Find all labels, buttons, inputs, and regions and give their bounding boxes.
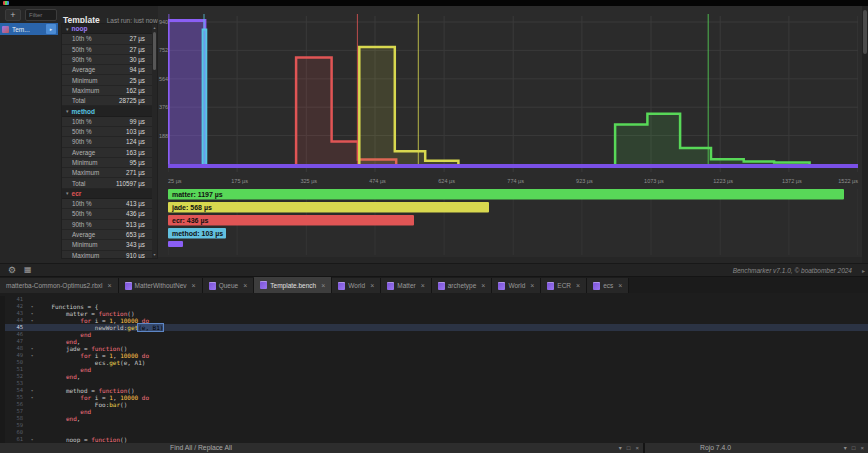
run-benchmark-button[interactable]: ▸ <box>46 24 56 34</box>
svg-text:method: 103 µs: method: 103 µs <box>172 230 223 238</box>
line-number: 59 <box>5 422 27 429</box>
panel-scrollbar[interactable] <box>862 6 868 263</box>
collapse-icon[interactable]: ▾ <box>844 443 847 453</box>
line-number: 47 <box>5 338 27 345</box>
fold-arrow-icon[interactable]: ▾ <box>27 310 37 317</box>
line-number: 53 <box>5 380 27 387</box>
rojo-dock-title: Rojo 7.4.0 <box>700 443 731 453</box>
stat-row: Maximum910 µs <box>62 251 157 259</box>
code-line-52: 52 end, <box>0 373 868 380</box>
fold-spacer <box>27 380 37 387</box>
script-icon <box>547 282 554 290</box>
close-icon[interactable]: × <box>530 282 534 289</box>
stats-scrollbar[interactable]: ▴ ▾ <box>152 24 157 258</box>
close-icon[interactable]: × <box>481 282 485 289</box>
fold-arrow-icon[interactable]: ▾ <box>27 352 37 359</box>
stat-row: 90th %30 µs <box>62 55 157 65</box>
x-tick-label: 474 µs <box>369 178 386 184</box>
tab-template-bench[interactable]: Template.bench× <box>254 277 332 293</box>
code-text: for i = 1, 10000 do <box>37 317 149 324</box>
find-replace-dock: Find All / Replace All ▾ □ × <box>0 443 643 453</box>
fold-spacer <box>27 359 37 366</box>
float-window-icon[interactable]: □ <box>852 443 856 453</box>
expand-right-icon[interactable]: ▸ <box>862 267 865 274</box>
fold-arrow-icon[interactable]: ▾ <box>27 394 37 401</box>
code-text: end <box>37 331 91 338</box>
fold-spacer <box>27 366 37 373</box>
line-number: 41 <box>5 296 27 303</box>
stat-row: 90th %124 µs <box>62 137 157 147</box>
close-icon[interactable]: × <box>860 443 864 453</box>
close-icon[interactable]: × <box>421 282 425 289</box>
fold-arrow-icon[interactable]: ▾ <box>27 317 37 324</box>
fold-arrow-icon[interactable]: ▾ <box>27 303 37 310</box>
line-number: 45 <box>5 324 27 331</box>
fold-arrow-icon[interactable]: ▾ <box>27 345 37 352</box>
tab-matterba-common-optimus2-rbxl[interactable]: matterba-Common-Optimus2.rbxl× <box>0 278 119 293</box>
tab-world[interactable]: World× <box>492 278 541 293</box>
collapse-icon[interactable]: ▾ <box>619 443 622 453</box>
columns-chart-icon[interactable]: ▦ <box>24 264 32 276</box>
script-icon <box>338 282 345 290</box>
tab-ecr[interactable]: ECR× <box>541 278 587 293</box>
code-editor[interactable]: 4142▾ Functions = {43▾ matter = function… <box>0 293 868 443</box>
rojo-dock: Rojo 7.4.0 ▾ □ × <box>645 443 868 453</box>
close-icon[interactable]: × <box>243 282 247 289</box>
gear-icon[interactable]: ⚙ <box>8 264 16 276</box>
close-icon[interactable]: × <box>576 282 580 289</box>
code-text: jade = function() <box>37 345 127 352</box>
code-line-58: 58 end, <box>0 415 868 422</box>
stats-panel: ▾noop10th %27 µs50th %27 µs90th %30 µsAv… <box>61 23 158 259</box>
line-number: 51 <box>5 366 27 373</box>
scroll-down-icon[interactable]: ▾ <box>152 252 157 257</box>
close-icon[interactable]: × <box>618 282 622 289</box>
fold-spacer <box>27 296 37 303</box>
code-text: end, <box>37 373 80 380</box>
close-icon[interactable]: × <box>635 443 639 453</box>
stats-section-name: noop <box>72 25 88 32</box>
benchmark-list-item-template[interactable]: Tem... ▸ <box>0 23 58 35</box>
stat-row: 50th %103 µs <box>62 127 157 137</box>
stats-section-header-method[interactable]: ▾method <box>62 106 157 116</box>
stats-section-header-ecr[interactable]: ▾ecr <box>62 189 157 199</box>
stat-row: Average653 µs <box>62 230 157 240</box>
code-line-42: 42▾ Functions = { <box>0 303 868 310</box>
line-number: 60 <box>5 429 27 436</box>
x-tick-label: 1073 µs <box>644 178 664 184</box>
tab-matterwithoutnev[interactable]: MatterWithoutNev× <box>119 278 203 293</box>
fold-arrow-icon[interactable]: ▾ <box>27 436 37 443</box>
tab-queue[interactable]: Queue× <box>203 278 255 293</box>
add-benchmark-button[interactable]: + <box>5 9 21 21</box>
stat-row: Minimum25 µs <box>62 75 157 85</box>
scrollbar-thumb[interactable] <box>863 10 867 54</box>
status-bar: Find All / Replace All ▾ □ × Rojo 7.4.0 … <box>0 443 868 453</box>
close-icon[interactable]: × <box>370 282 374 289</box>
float-window-icon[interactable]: □ <box>627 443 631 453</box>
tab-ecs[interactable]: ecs× <box>587 278 629 293</box>
scrollbar-thumb[interactable] <box>153 32 156 70</box>
line-number: 49 <box>5 352 27 359</box>
close-icon[interactable]: × <box>107 282 111 289</box>
tab-label: matterba-Common-Optimus2.rbxl <box>6 282 102 289</box>
stat-row: Maximum162 µs <box>62 86 157 96</box>
tab-label: ECR <box>557 282 571 289</box>
close-icon[interactable]: × <box>192 282 196 289</box>
find-replace-dock-title: Find All / Replace All <box>170 443 232 453</box>
stats-section-name: ecr <box>72 190 82 197</box>
code-line-54: 54▾ method = function() <box>0 387 868 394</box>
close-icon[interactable]: × <box>321 282 325 289</box>
code-line-61: 61▾ noop = function() <box>0 436 868 443</box>
stat-row: 90th %513 µs <box>62 220 157 230</box>
scroll-up-icon[interactable]: ▴ <box>152 25 157 30</box>
stats-section-header-noop[interactable]: ▾noop <box>62 24 157 34</box>
tab-matter[interactable]: Matter× <box>381 278 432 293</box>
code-text: matter = function() <box>37 310 135 317</box>
fold-arrow-icon[interactable]: ▾ <box>27 387 37 394</box>
chart-region: 940752564376188 25 µs175 µs325 µs474 µs6… <box>158 6 862 257</box>
code-text: for i = 1, 10000 do <box>37 394 149 401</box>
filter-input[interactable] <box>25 9 57 21</box>
code-text: end, <box>37 415 80 422</box>
code-text: noop = function() <box>37 436 127 443</box>
tab-world[interactable]: World× <box>332 278 381 293</box>
tab-archetype[interactable]: archetype× <box>432 278 493 293</box>
